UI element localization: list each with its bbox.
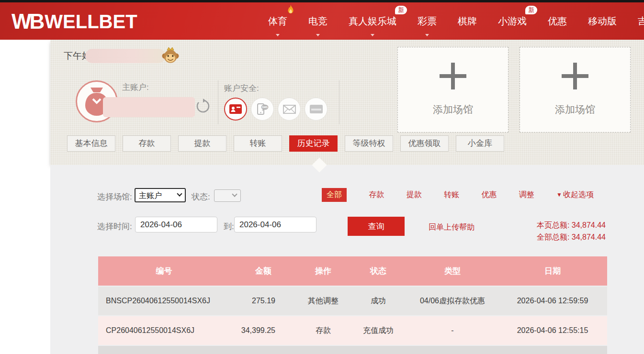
nav-item-esports[interactable]: 电竞 (308, 2, 328, 40)
tab-history[interactable]: 历史记录 (289, 135, 338, 152)
filter-adjust[interactable]: 调整 (519, 190, 534, 200)
nav-label: 棋牌 (458, 15, 477, 28)
col-header-operation: 操作 (297, 256, 350, 286)
time-select-label: 选择时间: (97, 221, 132, 232)
tab-vault[interactable]: 小金库 (456, 135, 504, 152)
plus-icon (440, 63, 466, 89)
totals: 本页总额: 34,874.44 全部总额: 34,874.44 (479, 219, 606, 243)
cell-id: BNSCP26040612550014SX6J (98, 287, 230, 315)
filter-withdraw[interactable]: 提款 (407, 190, 422, 200)
tab-withdraw[interactable]: 提款 (178, 135, 226, 152)
nav-item-promotions[interactable]: 优惠 (548, 2, 567, 40)
nav-label: 移动版 (588, 15, 617, 28)
filter-transfer[interactable]: 转账 (444, 190, 459, 200)
tab-basic-info[interactable]: 基本信息 (67, 135, 115, 152)
chevron-down-icon (276, 34, 280, 36)
venue-select-wrap: 主账户 (135, 188, 186, 202)
table-row: CP26040612550014SX6J 34,399.25 存款 充值成功 -… (98, 316, 607, 345)
status-select-wrap (214, 189, 241, 202)
collapse-options-link[interactable]: ▼ 收起选项 (556, 190, 594, 200)
add-venue-card[interactable]: 添加场馆 (520, 47, 631, 133)
cell-amount: 275.19 (230, 287, 297, 315)
page-total-label: 本页总额: (537, 221, 569, 229)
nav-item-live-casino[interactable]: 真人娱乐城 新 (349, 2, 396, 40)
nav-item-mobile[interactable]: 移动版 (588, 2, 617, 40)
refresh-icon[interactable] (195, 99, 211, 114)
monkey-emoji-icon (161, 45, 180, 65)
venue-select[interactable]: 主账户 (135, 188, 186, 202)
account-panel: 下午好 主账户: (50, 40, 644, 165)
cell-id: CP26040612550014SX6J (98, 316, 230, 345)
table-row-partial (98, 346, 607, 354)
page-total-value: 34,874.44 (572, 221, 606, 229)
nav-item-lottery[interactable]: 彩票 (418, 2, 437, 40)
nav-item-jixiang[interactable]: 吉祥坊 (638, 2, 644, 40)
chevron-down-icon (371, 34, 374, 36)
to-label: 到: (224, 221, 234, 232)
nav-item-mini-games[interactable]: 小游戏 新 (498, 2, 527, 40)
page: WB WELLBET 体育 电竞 真人娱乐城 新 彩票 (0, 0, 644, 354)
date-to-input[interactable] (234, 217, 316, 232)
nav-label: 真人娱乐城 (349, 15, 396, 28)
page-total-line: 本页总额: 34,874.44 (479, 219, 606, 231)
col-header-date: 日期 (498, 256, 607, 286)
nav-label: 小游戏 (498, 15, 527, 28)
balance-redacted (103, 97, 195, 117)
svg-text:SMS: SMS (262, 106, 268, 109)
account-security-label: 账户安全: (224, 83, 259, 94)
cell-type: 04/06虚拟存款优惠 (407, 287, 498, 315)
nav-item-sports[interactable]: 体育 (268, 2, 287, 40)
bank-card-icon[interactable] (305, 98, 328, 121)
all-total-value: 34,874.44 (572, 233, 606, 241)
col-header-type: 类型 (407, 256, 498, 286)
status-select[interactable] (214, 189, 241, 202)
nav-item-board-games[interactable]: 棋牌 (458, 2, 477, 40)
filter-deposit[interactable]: 存款 (369, 190, 384, 200)
all-total-label: 全部总额: (537, 233, 569, 241)
cell-operation: 其他调整 (297, 287, 350, 315)
table-row: BNSCP26040612550014SX6J 275.19 其他调整 成功 0… (98, 287, 607, 315)
main-nav: 体育 电竞 真人娱乐城 新 彩票 棋牌 (258, 2, 644, 40)
username-redacted (85, 49, 166, 63)
divider (339, 80, 339, 124)
cell-date: 2026-04-06 12:59:59 (498, 287, 607, 315)
cell-date: 2026-04-06 12:55:15 (498, 316, 607, 345)
logo-wordmark: WELLBET (45, 11, 137, 33)
id-card-icon[interactable] (224, 98, 247, 121)
greeting: 下午好 (64, 47, 180, 65)
tab-vip-privilege[interactable]: 等级特权 (345, 135, 393, 152)
col-header-id: 编号 (98, 256, 230, 286)
sms-phone-icon[interactable]: SMS (251, 98, 274, 121)
status-select-label: 状态: (192, 191, 210, 202)
security-icons: SMS (224, 98, 331, 121)
nav-label: 吉祥坊 (638, 15, 644, 28)
filter-promo[interactable]: 优惠 (481, 190, 497, 200)
filter-all[interactable]: 全部 (322, 188, 347, 202)
nav-label: 体育 (268, 15, 287, 28)
chevron-down-icon (316, 34, 320, 36)
nav-label: 电竞 (308, 15, 328, 28)
mail-icon[interactable] (278, 98, 301, 121)
tab-transfer[interactable]: 转账 (234, 135, 282, 152)
tab-deposit[interactable]: 存款 (123, 135, 171, 152)
cell-status: 成功 (350, 287, 407, 315)
add-venue-label: 添加场馆 (433, 103, 473, 116)
logo[interactable]: WB WELLBET (11, 10, 137, 33)
receipt-upload-help-link[interactable]: 回单上传帮助 (429, 222, 475, 232)
new-badge: 新 (395, 6, 407, 14)
col-header-status: 状态 (350, 256, 407, 286)
cell-type: - (407, 316, 498, 345)
cell-amount: 34,399.25 (230, 316, 297, 345)
date-from-input[interactable] (135, 217, 217, 232)
query-button[interactable]: 查询 (348, 217, 405, 236)
cell-status: 充值成功 (350, 316, 407, 345)
col-header-amount: 金额 (230, 256, 297, 286)
new-badge: 新 (525, 6, 537, 14)
nav-label: 优惠 (548, 15, 567, 28)
add-venue-card[interactable]: 添加场馆 (397, 47, 508, 133)
nav-label: 彩票 (418, 15, 437, 28)
venue-select-label: 选择场馆: (97, 191, 132, 202)
collapse-options-label: 收起选项 (563, 190, 594, 200)
tab-promo-claim[interactable]: 优惠领取 (400, 135, 449, 152)
logo-mark: WB (11, 10, 43, 33)
